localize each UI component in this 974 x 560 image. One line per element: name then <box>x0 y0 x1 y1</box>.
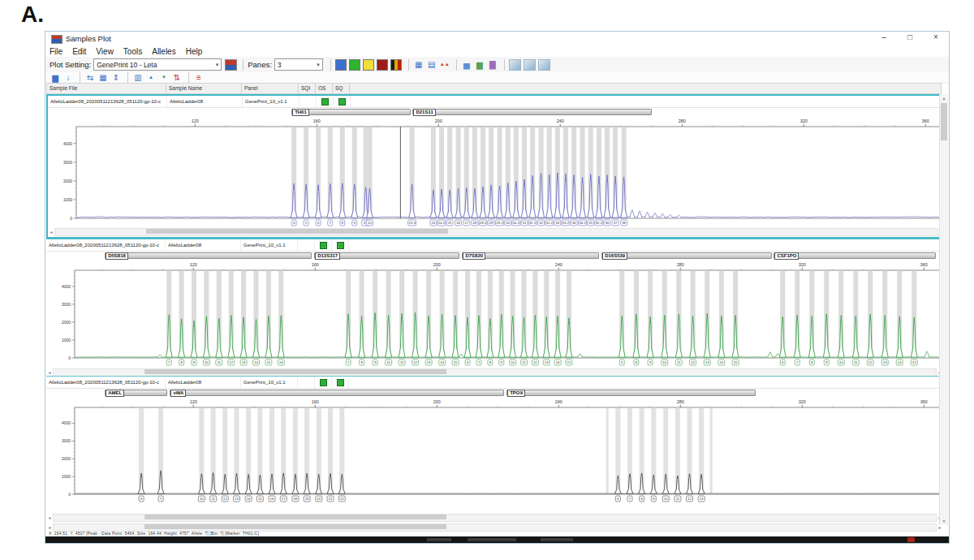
svg-text:27: 27 <box>464 221 468 225</box>
svg-text:35.2: 35.2 <box>596 221 603 225</box>
dye-yellow-button[interactable] <box>363 59 374 71</box>
fit-vertical-button[interactable]: ↓ <box>62 72 74 83</box>
sqi-cell <box>300 96 317 107</box>
svg-text:120: 120 <box>190 399 197 404</box>
electropherogram-pane3[interactable]: 01000200030004000120160200240280320360XY… <box>48 398 944 505</box>
menu-help[interactable]: Help <box>186 47 203 56</box>
marker-bar-TPOX[interactable]: TPOX <box>506 390 756 396</box>
scroll-left-icon[interactable]: ◄ <box>46 525 53 530</box>
column-sq[interactable]: SQ <box>333 84 350 93</box>
scroll-up-icon[interactable]: ▲ <box>940 94 948 102</box>
dye-red-button[interactable] <box>377 59 388 71</box>
sample-file-cell: AllelicLadder08_20200511213628_051120-gp… <box>46 239 166 251</box>
marker-bar-D16S539[interactable]: D16S539 <box>601 252 772 259</box>
column-panel[interactable]: Panel <box>242 84 299 93</box>
electropherogram-pane2[interactable]: 0100020003000400012016020024028032036078… <box>48 261 944 368</box>
panel-cell: GenePrint_10_v1.1 <box>241 239 298 251</box>
h-scrollbar-track[interactable] <box>53 514 937 522</box>
raise-baseline-button[interactable]: ▲ <box>145 72 157 83</box>
full-view-button[interactable]: ▦ <box>97 72 109 83</box>
h-scrollbar-thumb[interactable] <box>144 369 446 374</box>
plot-setting-dropdown[interactable]: GenePrint 10 - Leta ▾ <box>93 58 222 71</box>
samples-table-view-button[interactable]: ▦ <box>413 59 425 70</box>
column-sample-file[interactable]: Sample File <box>47 84 166 93</box>
marker-bar-D5S818[interactable]: D5S818 <box>105 252 312 259</box>
h-scrollbar-thumb[interactable] <box>144 515 446 519</box>
dye-blue-button[interactable] <box>335 59 347 71</box>
export-image-button[interactable] <box>538 59 550 71</box>
close-button[interactable]: × <box>931 32 941 41</box>
os-pass-indicator <box>321 98 329 106</box>
marker-bar-AMEL[interactable]: AMEL <box>105 390 167 396</box>
marker-bar-TH01[interactable]: TH01 <box>291 109 411 115</box>
svg-text:25: 25 <box>448 221 452 225</box>
marker-bar-D13S317[interactable]: D13S317 <box>314 252 459 259</box>
svg-text:10: 10 <box>511 360 515 364</box>
menu-tools[interactable]: Tools <box>123 47 142 56</box>
h-scrollbar-track[interactable] <box>53 368 937 377</box>
peak-markers-button[interactable]: ▲▲ <box>439 59 450 70</box>
svg-text:0: 0 <box>68 492 71 497</box>
svg-text:1000: 1000 <box>63 197 72 202</box>
svg-text:11: 11 <box>677 360 681 364</box>
marker-bar-vWA[interactable]: vWA <box>170 390 504 396</box>
dye-all-button[interactable] <box>390 59 402 71</box>
column-os[interactable]: OS <box>316 84 333 93</box>
print-preview-button[interactable] <box>509 59 521 71</box>
h-scrollbar-thumb[interactable] <box>146 229 448 234</box>
column-sample-name[interactable]: Sample Name <box>166 84 242 93</box>
svg-text:11: 11 <box>218 360 222 364</box>
pan-view-button[interactable]: ▥ <box>132 72 144 83</box>
minimize-button[interactable]: – <box>879 32 889 41</box>
scroll-left-icon[interactable]: ◄ <box>46 370 53 375</box>
panes-dropdown[interactable]: 3 ▾ <box>274 58 323 71</box>
svg-text:10: 10 <box>839 360 843 364</box>
menu-edit[interactable]: Edit <box>72 47 86 56</box>
svg-text:X: X <box>140 497 143 501</box>
marker-bar-D21S11[interactable]: D21S11 <box>412 109 652 115</box>
window-vscroll: ▲ ▼ <box>939 94 948 525</box>
svg-text:320: 320 <box>799 399 806 404</box>
genotypes-table-view-button[interactable]: ▤ <box>426 59 437 70</box>
marker-bar-D7S820[interactable]: D7S820 <box>462 252 599 259</box>
menu-alleles[interactable]: Alleles <box>152 47 175 56</box>
menu-view[interactable]: View <box>96 47 114 56</box>
scroll-left-icon[interactable]: ◄ <box>46 515 53 520</box>
lower-baseline-button[interactable]: ▼ <box>158 72 170 83</box>
column-sqi[interactable]: SQI <box>299 84 316 93</box>
menu-file[interactable]: File <box>50 47 62 56</box>
swap-panes-button[interactable]: ⇅ <box>171 72 183 83</box>
maximize-button[interactable]: □ <box>905 32 915 41</box>
sample-row[interactable]: AllelicLadder08_20200511213628_051120-gp… <box>48 96 942 108</box>
marker-bar-CSF1PO[interactable]: CSF1PO <box>774 252 936 259</box>
svg-text:13: 13 <box>705 360 709 364</box>
plot-setting-editor-icon[interactable] <box>225 59 237 71</box>
sample-row[interactable]: AllelicLadder08_20200511213628_051120-gp… <box>46 377 943 389</box>
combine-plot-button[interactable]: ▆ <box>474 59 485 70</box>
report-button[interactable] <box>524 59 536 71</box>
baseline-tool-button[interactable]: ≡ <box>193 72 205 83</box>
scroll-right-icon[interactable]: ► <box>937 525 943 530</box>
window-title: Samples Plot <box>66 34 111 43</box>
h-scrollbar-track[interactable] <box>53 523 937 532</box>
zoom-horizontal-button[interactable]: ⇆ <box>84 72 96 83</box>
dye-green-button[interactable] <box>349 59 360 71</box>
svg-text:360: 360 <box>920 262 928 267</box>
overlay-plot-button[interactable]: ▅ <box>461 59 472 70</box>
h-scrollbar-track[interactable] <box>54 228 938 236</box>
svg-text:16: 16 <box>270 497 274 501</box>
v-scrollbar-thumb[interactable] <box>941 103 947 140</box>
svg-text:160: 160 <box>312 262 319 267</box>
scroll-down-icon[interactable]: ▼ <box>940 517 948 525</box>
sample-row[interactable]: AllelicLadder08_20200511213628_051120-gp… <box>46 239 943 252</box>
marker-label-TPOX: TPOX <box>507 390 525 397</box>
zoom-vertical-button[interactable]: ⇕ <box>110 72 122 83</box>
svg-text:160: 160 <box>313 118 321 123</box>
split-plot-button[interactable]: ▇ <box>487 59 498 70</box>
h-scrollbar-thumb[interactable] <box>144 524 446 529</box>
toolbar-row1: Plot Setting: GenePrint 10 - Leta ▾ Pane… <box>45 57 949 73</box>
plot-setting-value: GenePrint 10 - Leta <box>97 61 157 69</box>
scale-y-button[interactable]: ▆ <box>50 72 61 83</box>
electropherogram-pane1[interactable]: 0100020003000400012016020024028032036045… <box>50 117 946 229</box>
scroll-left-icon[interactable]: ◄ <box>48 230 54 235</box>
